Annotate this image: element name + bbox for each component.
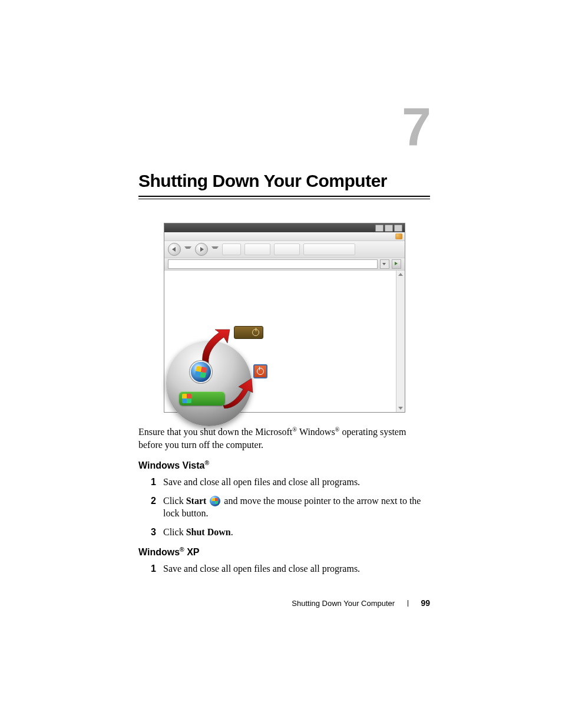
step-number: 2 (138, 495, 156, 508)
step-number: 3 (138, 526, 156, 539)
step-text: Click Start and move the mouse pointer t… (163, 495, 430, 520)
step-text: Click Shut Down. (163, 526, 430, 539)
text: Windows Vista (138, 460, 204, 470)
text: . (231, 527, 233, 537)
address-bar (168, 259, 378, 269)
window-menubar (164, 232, 405, 241)
registered-mark: ® (180, 546, 184, 552)
address-bar-row (164, 258, 405, 271)
step-text: Save and close all open files and close … (163, 562, 430, 575)
step-number: 1 (138, 562, 156, 575)
step: 1 Save and close all open files and clos… (138, 562, 430, 575)
address-go-icon (392, 259, 401, 269)
footer-separator (408, 600, 408, 607)
arrow-side-icon (222, 376, 254, 409)
window-toolbar (164, 241, 405, 258)
back-dropdown-icon (184, 246, 191, 252)
start-button-xp-icon (179, 391, 225, 406)
scrollbar (396, 271, 405, 412)
bold-text: Shut Down (186, 527, 231, 537)
forward-icon (195, 243, 208, 256)
footer-title: Shutting Down Your Computer (292, 599, 395, 608)
text: Click (163, 527, 186, 537)
steps-vista: 1 Save and close all open files and clos… (138, 476, 430, 538)
registered-mark: ® (335, 426, 340, 433)
page-footer: Shutting Down Your Computer 99 (138, 598, 430, 608)
step-number: 1 (138, 476, 156, 489)
text: Windows (138, 547, 180, 557)
toolbar-segment (303, 243, 355, 255)
step: 1 Save and close all open files and clos… (138, 476, 430, 489)
step: 3 Click Shut Down. (138, 526, 430, 539)
subheading-xp: Windows® XP (138, 547, 430, 558)
close-icon (394, 225, 402, 232)
address-dropdown-icon (380, 259, 389, 269)
toolbar-segment (274, 243, 300, 255)
subheading-vista: Windows Vista® (138, 460, 430, 471)
steps-xp: 1 Save and close all open files and clos… (138, 562, 430, 575)
toolbar-segment (244, 243, 270, 255)
step: 2 Click Start and move the mouse pointer… (138, 495, 430, 520)
browser-window (164, 223, 405, 413)
step-text: Save and close all open files and close … (163, 476, 430, 489)
chapter-number: 7 (138, 100, 430, 153)
chapter-title: Shutting Down Your Computer (138, 171, 430, 191)
window-content-area (164, 271, 405, 412)
arrow-up-icon (196, 329, 231, 364)
forward-dropdown-icon (211, 246, 219, 252)
title-rule (138, 196, 430, 199)
bold-text: Start (186, 496, 207, 506)
intro-paragraph: Ensure that you shut down the Microsoft®… (138, 426, 430, 451)
text: Click (163, 496, 186, 506)
toolbar-segment (222, 243, 241, 255)
back-icon (168, 243, 181, 256)
start-orb-vista-icon (191, 362, 211, 382)
power-button-icon (234, 326, 263, 339)
maximize-icon (385, 225, 393, 232)
shutdown-button-icon (253, 364, 267, 378)
text: XP (184, 547, 200, 557)
text: Ensure that you shut down the Microsoft (138, 427, 292, 437)
window-titlebar (164, 223, 405, 232)
registered-mark: ® (204, 460, 209, 466)
minimize-icon (375, 225, 384, 232)
text: Windows (297, 427, 335, 437)
magnifier-circle (166, 341, 252, 426)
illustration-window (164, 223, 405, 413)
start-orb-inline-icon (210, 496, 220, 506)
footer-page-number: 99 (421, 598, 430, 608)
